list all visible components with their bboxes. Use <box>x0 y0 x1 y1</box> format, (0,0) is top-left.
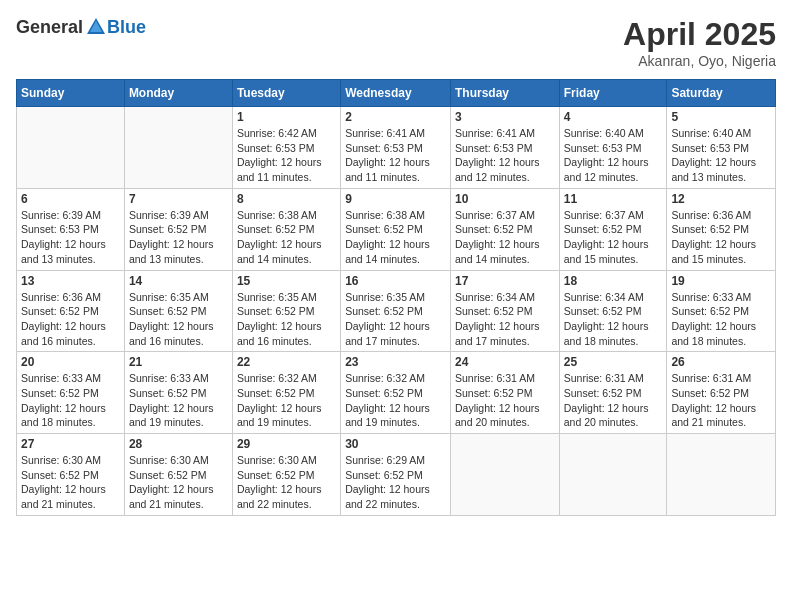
title-section: April 2025 Akanran, Oyo, Nigeria <box>623 16 776 69</box>
day-info: Sunrise: 6:41 AM Sunset: 6:53 PM Dayligh… <box>345 126 446 185</box>
weekday-header: Monday <box>124 80 232 107</box>
day-info: Sunrise: 6:29 AM Sunset: 6:52 PM Dayligh… <box>345 453 446 512</box>
day-info: Sunrise: 6:32 AM Sunset: 6:52 PM Dayligh… <box>345 371 446 430</box>
day-info: Sunrise: 6:39 AM Sunset: 6:52 PM Dayligh… <box>129 208 228 267</box>
day-number: 8 <box>237 192 336 206</box>
day-number: 7 <box>129 192 228 206</box>
day-number: 11 <box>564 192 663 206</box>
logo-general: General <box>16 17 83 38</box>
page: General Blue April 2025 Akanran, Oyo, Ni… <box>0 0 792 612</box>
calendar-cell: 29Sunrise: 6:30 AM Sunset: 6:52 PM Dayli… <box>232 434 340 516</box>
day-number: 15 <box>237 274 336 288</box>
calendar-cell: 24Sunrise: 6:31 AM Sunset: 6:52 PM Dayli… <box>450 352 559 434</box>
day-number: 14 <box>129 274 228 288</box>
calendar-week: 27Sunrise: 6:30 AM Sunset: 6:52 PM Dayli… <box>17 434 776 516</box>
weekday-row: SundayMondayTuesdayWednesdayThursdayFrid… <box>17 80 776 107</box>
calendar-cell: 2Sunrise: 6:41 AM Sunset: 6:53 PM Daylig… <box>341 107 451 189</box>
day-info: Sunrise: 6:30 AM Sunset: 6:52 PM Dayligh… <box>129 453 228 512</box>
calendar-body: 1Sunrise: 6:42 AM Sunset: 6:53 PM Daylig… <box>17 107 776 516</box>
calendar-cell <box>667 434 776 516</box>
calendar-cell: 4Sunrise: 6:40 AM Sunset: 6:53 PM Daylig… <box>559 107 667 189</box>
day-info: Sunrise: 6:37 AM Sunset: 6:52 PM Dayligh… <box>564 208 663 267</box>
weekday-header: Tuesday <box>232 80 340 107</box>
calendar-cell: 8Sunrise: 6:38 AM Sunset: 6:52 PM Daylig… <box>232 188 340 270</box>
calendar-cell: 13Sunrise: 6:36 AM Sunset: 6:52 PM Dayli… <box>17 270 125 352</box>
calendar: SundayMondayTuesdayWednesdayThursdayFrid… <box>16 79 776 516</box>
calendar-header: SundayMondayTuesdayWednesdayThursdayFrid… <box>17 80 776 107</box>
month-title: April 2025 <box>623 16 776 53</box>
day-number: 21 <box>129 355 228 369</box>
day-info: Sunrise: 6:33 AM Sunset: 6:52 PM Dayligh… <box>129 371 228 430</box>
calendar-cell <box>124 107 232 189</box>
calendar-cell: 18Sunrise: 6:34 AM Sunset: 6:52 PM Dayli… <box>559 270 667 352</box>
day-number: 25 <box>564 355 663 369</box>
day-number: 1 <box>237 110 336 124</box>
day-info: Sunrise: 6:41 AM Sunset: 6:53 PM Dayligh… <box>455 126 555 185</box>
header: General Blue April 2025 Akanran, Oyo, Ni… <box>16 16 776 69</box>
calendar-cell: 14Sunrise: 6:35 AM Sunset: 6:52 PM Dayli… <box>124 270 232 352</box>
day-info: Sunrise: 6:37 AM Sunset: 6:52 PM Dayligh… <box>455 208 555 267</box>
day-number: 17 <box>455 274 555 288</box>
day-number: 27 <box>21 437 120 451</box>
day-info: Sunrise: 6:35 AM Sunset: 6:52 PM Dayligh… <box>345 290 446 349</box>
day-info: Sunrise: 6:30 AM Sunset: 6:52 PM Dayligh… <box>237 453 336 512</box>
logo-blue: Blue <box>107 17 146 38</box>
calendar-cell <box>450 434 559 516</box>
day-number: 10 <box>455 192 555 206</box>
calendar-cell: 22Sunrise: 6:32 AM Sunset: 6:52 PM Dayli… <box>232 352 340 434</box>
day-info: Sunrise: 6:40 AM Sunset: 6:53 PM Dayligh… <box>564 126 663 185</box>
calendar-cell: 23Sunrise: 6:32 AM Sunset: 6:52 PM Dayli… <box>341 352 451 434</box>
day-info: Sunrise: 6:38 AM Sunset: 6:52 PM Dayligh… <box>345 208 446 267</box>
day-number: 23 <box>345 355 446 369</box>
day-number: 3 <box>455 110 555 124</box>
calendar-cell: 19Sunrise: 6:33 AM Sunset: 6:52 PM Dayli… <box>667 270 776 352</box>
day-info: Sunrise: 6:40 AM Sunset: 6:53 PM Dayligh… <box>671 126 771 185</box>
calendar-cell: 5Sunrise: 6:40 AM Sunset: 6:53 PM Daylig… <box>667 107 776 189</box>
calendar-cell: 16Sunrise: 6:35 AM Sunset: 6:52 PM Dayli… <box>341 270 451 352</box>
weekday-header: Wednesday <box>341 80 451 107</box>
calendar-cell <box>559 434 667 516</box>
calendar-cell: 28Sunrise: 6:30 AM Sunset: 6:52 PM Dayli… <box>124 434 232 516</box>
day-number: 4 <box>564 110 663 124</box>
day-info: Sunrise: 6:34 AM Sunset: 6:52 PM Dayligh… <box>564 290 663 349</box>
weekday-header: Sunday <box>17 80 125 107</box>
calendar-cell: 12Sunrise: 6:36 AM Sunset: 6:52 PM Dayli… <box>667 188 776 270</box>
calendar-cell: 20Sunrise: 6:33 AM Sunset: 6:52 PM Dayli… <box>17 352 125 434</box>
day-info: Sunrise: 6:33 AM Sunset: 6:52 PM Dayligh… <box>21 371 120 430</box>
day-number: 29 <box>237 437 336 451</box>
day-info: Sunrise: 6:33 AM Sunset: 6:52 PM Dayligh… <box>671 290 771 349</box>
logo-icon <box>85 16 107 38</box>
day-number: 19 <box>671 274 771 288</box>
calendar-cell: 7Sunrise: 6:39 AM Sunset: 6:52 PM Daylig… <box>124 188 232 270</box>
day-number: 9 <box>345 192 446 206</box>
calendar-week: 20Sunrise: 6:33 AM Sunset: 6:52 PM Dayli… <box>17 352 776 434</box>
day-info: Sunrise: 6:36 AM Sunset: 6:52 PM Dayligh… <box>671 208 771 267</box>
day-info: Sunrise: 6:39 AM Sunset: 6:53 PM Dayligh… <box>21 208 120 267</box>
calendar-cell: 30Sunrise: 6:29 AM Sunset: 6:52 PM Dayli… <box>341 434 451 516</box>
calendar-cell: 11Sunrise: 6:37 AM Sunset: 6:52 PM Dayli… <box>559 188 667 270</box>
day-number: 28 <box>129 437 228 451</box>
day-number: 20 <box>21 355 120 369</box>
calendar-week: 6Sunrise: 6:39 AM Sunset: 6:53 PM Daylig… <box>17 188 776 270</box>
calendar-cell: 25Sunrise: 6:31 AM Sunset: 6:52 PM Dayli… <box>559 352 667 434</box>
day-number: 13 <box>21 274 120 288</box>
day-info: Sunrise: 6:31 AM Sunset: 6:52 PM Dayligh… <box>455 371 555 430</box>
day-info: Sunrise: 6:36 AM Sunset: 6:52 PM Dayligh… <box>21 290 120 349</box>
day-info: Sunrise: 6:32 AM Sunset: 6:52 PM Dayligh… <box>237 371 336 430</box>
day-number: 26 <box>671 355 771 369</box>
calendar-cell: 6Sunrise: 6:39 AM Sunset: 6:53 PM Daylig… <box>17 188 125 270</box>
calendar-cell: 26Sunrise: 6:31 AM Sunset: 6:52 PM Dayli… <box>667 352 776 434</box>
day-info: Sunrise: 6:42 AM Sunset: 6:53 PM Dayligh… <box>237 126 336 185</box>
calendar-cell: 21Sunrise: 6:33 AM Sunset: 6:52 PM Dayli… <box>124 352 232 434</box>
calendar-week: 13Sunrise: 6:36 AM Sunset: 6:52 PM Dayli… <box>17 270 776 352</box>
location: Akanran, Oyo, Nigeria <box>623 53 776 69</box>
day-info: Sunrise: 6:35 AM Sunset: 6:52 PM Dayligh… <box>237 290 336 349</box>
day-info: Sunrise: 6:34 AM Sunset: 6:52 PM Dayligh… <box>455 290 555 349</box>
calendar-cell: 10Sunrise: 6:37 AM Sunset: 6:52 PM Dayli… <box>450 188 559 270</box>
weekday-header: Thursday <box>450 80 559 107</box>
calendar-cell <box>17 107 125 189</box>
day-number: 16 <box>345 274 446 288</box>
calendar-cell: 3Sunrise: 6:41 AM Sunset: 6:53 PM Daylig… <box>450 107 559 189</box>
calendar-cell: 17Sunrise: 6:34 AM Sunset: 6:52 PM Dayli… <box>450 270 559 352</box>
day-number: 24 <box>455 355 555 369</box>
